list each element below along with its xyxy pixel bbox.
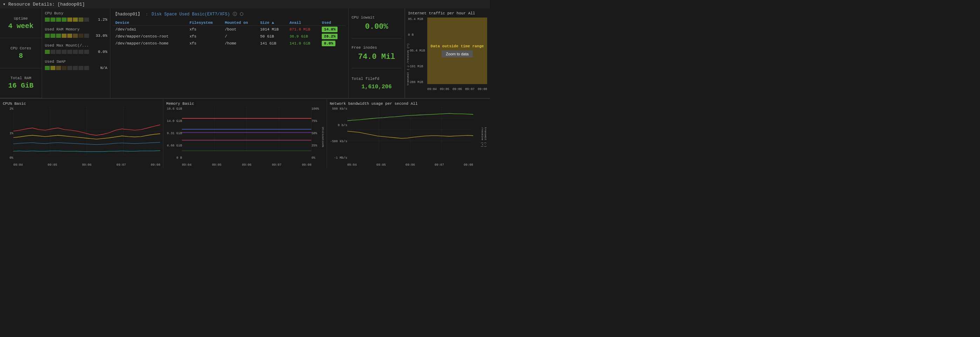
cpu-y-labels: 2% 1% 0% (3, 107, 13, 160)
mount-cell: / (223, 33, 258, 40)
cpu-basic-chart: 2% 1% 0% (3, 107, 160, 167)
uptime-value: 4 week (8, 22, 33, 30)
col-device: Device (113, 20, 188, 26)
col-filesystem: Filesystem (188, 20, 223, 26)
traffic-axis-label: transmit (-) /receive (+) (406, 43, 409, 86)
cpu-iowait-section: CPU iowait 0.00% (352, 11, 402, 38)
disk-panel-header: 【hadoop01】 ： Disk Space Used Basic(EXT?/… (113, 11, 345, 17)
col-used: Used (320, 20, 345, 26)
uptime-label: Uptime (14, 16, 28, 21)
free-inodes-value: 74.0 Mil (358, 52, 395, 61)
fs-cell: xfs (188, 40, 223, 47)
device-cell: /dev/sda1 (113, 26, 188, 33)
device-cell: /dev/mapper/centos-root (113, 33, 188, 40)
utilization-label: Utilization% (321, 127, 325, 147)
traffic-chart-inner: Data outside time range Zoom to data (427, 17, 487, 84)
memory-title: Memory Basic (166, 102, 323, 106)
cpu-cores-label: CPU Cores (11, 46, 31, 51)
col-size: Size ▲ (258, 20, 287, 26)
iowait-title: CPU iowait (352, 16, 375, 20)
used-ram-value: 33.0% (95, 33, 107, 38)
used-swap-title: Used SWAP (45, 60, 107, 64)
external-link-icon[interactable]: ⬡ (240, 11, 243, 17)
size-cell: 50 GiB (258, 33, 287, 40)
used-cell: 26.2% (320, 33, 345, 40)
avail-cell: 871.8 MiB (287, 26, 320, 33)
iowait-value: 0.00% (365, 22, 388, 31)
used-swap-section: Used SWAP N/A (45, 60, 107, 70)
overlay-message: Data outside time range (431, 44, 484, 48)
table-row: /dev/sda1 xfs /boot 1014 MiB 871.8 MiB 1… (113, 26, 345, 33)
table-row: /dev/mapper/centos-home xfs /home 141 Gi… (113, 40, 345, 47)
mount-cell: /boot (223, 26, 258, 33)
traffic-chart-area: 95.4 MiB 0 B -95.4 MiB -191 MiB -286 MiB… (408, 17, 487, 91)
used-cell: 0.0% (320, 40, 345, 47)
size-cell: 1014 MiB (258, 26, 287, 33)
used-ram-title: Used RAM Memory (45, 27, 107, 32)
net-y-labels: 500 kb/s 0 b/s -500 kb/s -1 Mb/s (330, 107, 347, 160)
total-filefd-section: Total filefd 1,610,206 (352, 71, 402, 95)
collapse-icon[interactable]: ▾ (3, 2, 6, 7)
cpu-cores-value: 8 (19, 52, 23, 60)
col-avail: Avail (287, 20, 320, 26)
net-x-labels: 09:04 09:05 09:06 09:07 09:08 (347, 163, 473, 167)
total-ram-box: Total RAM 16 GiB (0, 68, 42, 98)
fs-cell: xfs (188, 33, 223, 40)
internet-traffic-panel: Internet traffic per hour All 95.4 MiB 0… (405, 8, 490, 98)
disk-title: Disk Space Used Basic(EXT?/XFS) (152, 12, 230, 17)
total-filefd-title: Total filefd (352, 77, 379, 81)
used-cell: 14.0% (320, 26, 345, 33)
net-axis-label: transmit (-) /receive (+) (474, 122, 487, 152)
size-cell: 141 GiB (258, 40, 287, 47)
network-svg (347, 107, 473, 152)
info-icon[interactable]: ⓘ (233, 11, 237, 17)
traffic-overlay: Data outside time range Zoom to data (427, 17, 487, 84)
mem-x-labels: 09:04 09:05 09:06 09:07 09:08 (182, 163, 311, 167)
cpu-svg (13, 107, 160, 155)
free-inodes-section: Free inodes 74.0 Mil (352, 41, 402, 69)
used-max-title: Used Max Mount(/... (45, 43, 107, 48)
total-filefd-value: 1,610,206 (361, 84, 391, 90)
free-inodes-title: Free inodes (352, 46, 377, 50)
memory-basic-panel: Memory Basic 18.6 GiB 14.0 GiB 9.31 GiB … (163, 99, 327, 168)
zoom-to-data-button[interactable]: Zoom to data (442, 51, 473, 57)
cpu-busy-value: 1.2% (95, 17, 107, 22)
cpu-busy-title: CPU Busy (45, 11, 107, 16)
mount-cell: /home (223, 40, 258, 47)
avail-cell: 36.9 GiB (287, 33, 320, 40)
network-bandwidth-panel: Network bandwidth usage per second All 5… (327, 99, 490, 168)
cpu-basic-title: CPU% Basic (3, 102, 160, 106)
traffic-title: Internet traffic per hour All (408, 11, 487, 16)
traffic-y-labels: 95.4 MiB 0 B -95.4 MiB -191 MiB -286 MiB (408, 17, 427, 84)
col-mounted: Mounted on (223, 20, 258, 26)
used-max-value: 0.0% (95, 50, 107, 54)
traffic-x-labels: 09:04 09:05 09:06 09:07 09:08 (427, 87, 487, 91)
disk-panel: 【hadoop01】 ： Disk Space Used Basic(EXT?/… (110, 8, 349, 98)
fs-cell: xfs (188, 26, 223, 33)
used-ram-section: Used RAM Memory 33.0% (45, 27, 107, 38)
left-stats-panel: Uptime 4 week CPU Cores 8 Total RAM 16 G… (0, 8, 42, 98)
disk-host: 【hadoop01】 (113, 11, 142, 17)
uptime-box: Uptime 4 week (0, 8, 42, 38)
used-swap-bars (45, 66, 94, 70)
used-swap-value: N/A (95, 66, 107, 70)
used-max-bars (45, 50, 94, 54)
network-title: Network bandwidth usage per second All (330, 102, 487, 106)
memory-svg (182, 107, 311, 151)
disk-table: Device Filesystem Mounted on Size ▲ Avai… (113, 20, 345, 47)
page-title: ▾ Resource Details: [hadoop01] (0, 0, 490, 9)
total-ram-value: 16 GiB (8, 82, 33, 90)
mem-y-left-labels: 18.6 GiB 14.0 GiB 9.31 GiB 4.66 GiB 0 B (166, 107, 182, 160)
memory-chart: 18.6 GiB 14.0 GiB 9.31 GiB 4.66 GiB 0 B (166, 107, 323, 167)
iowait-panel: CPU iowait 0.00% Free inodes 74.0 Mil To… (349, 8, 405, 98)
total-ram-label: Total RAM (11, 76, 31, 80)
device-cell: /dev/mapper/centos-home (113, 40, 188, 47)
cpu-busy-bars (45, 17, 94, 22)
cpu-x-labels: 09:04 09:05 09:06 09:07 09:08 (13, 163, 160, 167)
cpu-basic-panel: CPU% Basic 2% 1% 0% (0, 99, 163, 168)
cpu-busy-panel: CPU Busy 1.2% Use (42, 8, 110, 98)
used-max-mount-section: Used Max Mount(/... 0.0% (45, 43, 107, 54)
network-chart: 500 kb/s 0 b/s -500 kb/s -1 Mb/s (330, 107, 487, 167)
cpu-cores-box: CPU Cores 8 (0, 38, 42, 68)
cpu-busy-section: CPU Busy 1.2% (45, 11, 107, 22)
